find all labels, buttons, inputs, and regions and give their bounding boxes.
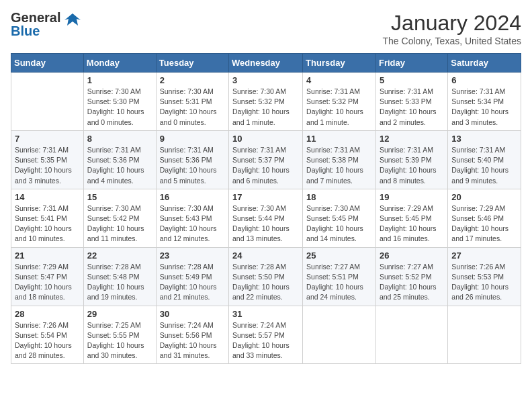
svg-marker-0 <box>64 13 81 26</box>
day-number: 16 <box>160 192 225 202</box>
day-info: Sunrise: 7:31 AMSunset: 5:35 PMDaylight:… <box>15 145 80 186</box>
calendar-cell: 5Sunrise: 7:31 AMSunset: 5:33 PMDaylight… <box>375 73 447 131</box>
bird-icon <box>63 11 82 32</box>
day-number: 6 <box>451 75 517 85</box>
calendar-cell: 2Sunrise: 7:30 AMSunset: 5:31 PMDaylight… <box>156 73 228 131</box>
weekday-header-friday: Friday <box>375 54 447 73</box>
day-number: 3 <box>232 75 299 85</box>
calendar-cell: 25Sunrise: 7:27 AMSunset: 5:51 PMDayligh… <box>303 247 376 306</box>
calendar-week-row: 14Sunrise: 7:31 AMSunset: 5:41 PMDayligh… <box>11 189 521 247</box>
day-info: Sunrise: 7:27 AMSunset: 5:52 PMDaylight:… <box>380 262 444 303</box>
weekday-header-tuesday: Tuesday <box>156 54 228 73</box>
calendar-cell: 23Sunrise: 7:28 AMSunset: 5:49 PMDayligh… <box>156 247 228 306</box>
calendar-cell: 31Sunrise: 7:24 AMSunset: 5:57 PMDayligh… <box>229 306 303 364</box>
day-number: 13 <box>451 134 517 144</box>
day-info: Sunrise: 7:29 AMSunset: 5:45 PMDaylight:… <box>380 203 444 244</box>
calendar-cell: 7Sunrise: 7:31 AMSunset: 5:35 PMDaylight… <box>11 130 84 189</box>
day-number: 19 <box>380 192 444 202</box>
day-info: Sunrise: 7:31 AMSunset: 5:34 PMDaylight:… <box>451 87 517 128</box>
day-info: Sunrise: 7:30 AMSunset: 5:45 PMDaylight:… <box>306 203 372 244</box>
calendar-week-row: 7Sunrise: 7:31 AMSunset: 5:35 PMDaylight… <box>11 130 521 189</box>
calendar-week-row: 21Sunrise: 7:29 AMSunset: 5:47 PMDayligh… <box>11 247 521 306</box>
calendar-cell: 20Sunrise: 7:29 AMSunset: 5:46 PMDayligh… <box>448 189 521 247</box>
day-info: Sunrise: 7:26 AMSunset: 5:54 PMDaylight:… <box>15 320 80 361</box>
logo-general: General <box>11 11 60 24</box>
day-number: 30 <box>160 309 225 319</box>
day-number: 31 <box>232 309 299 319</box>
day-number: 12 <box>380 134 444 144</box>
calendar-cell: 17Sunrise: 7:30 AMSunset: 5:44 PMDayligh… <box>229 189 303 247</box>
day-info: Sunrise: 7:26 AMSunset: 5:53 PMDaylight:… <box>451 262 517 303</box>
calendar-cell: 1Sunrise: 7:30 AMSunset: 5:30 PMDaylight… <box>83 73 156 131</box>
calendar-week-row: 1Sunrise: 7:30 AMSunset: 5:30 PMDaylight… <box>11 73 521 131</box>
calendar-cell: 13Sunrise: 7:31 AMSunset: 5:40 PMDayligh… <box>448 130 521 189</box>
day-number: 8 <box>87 134 152 144</box>
month-title: January 2024 <box>383 11 521 36</box>
calendar-cell: 14Sunrise: 7:31 AMSunset: 5:41 PMDayligh… <box>11 189 84 247</box>
calendar-cell: 29Sunrise: 7:25 AMSunset: 5:55 PMDayligh… <box>83 306 156 364</box>
location-title: The Colony, Texas, United States <box>383 36 521 46</box>
day-number: 22 <box>87 250 152 261</box>
day-number: 21 <box>15 250 80 261</box>
calendar-cell: 27Sunrise: 7:26 AMSunset: 5:53 PMDayligh… <box>448 247 521 306</box>
weekday-header-sunday: Sunday <box>11 54 84 73</box>
calendar-cell: 6Sunrise: 7:31 AMSunset: 5:34 PMDaylight… <box>448 73 521 131</box>
day-info: Sunrise: 7:30 AMSunset: 5:44 PMDaylight:… <box>232 203 299 244</box>
calendar-cell: 28Sunrise: 7:26 AMSunset: 5:54 PMDayligh… <box>11 306 84 364</box>
day-info: Sunrise: 7:28 AMSunset: 5:50 PMDaylight:… <box>232 262 299 303</box>
day-number: 23 <box>160 250 225 261</box>
day-number: 10 <box>232 134 299 144</box>
day-number: 4 <box>306 75 372 85</box>
calendar-cell: 12Sunrise: 7:31 AMSunset: 5:39 PMDayligh… <box>375 130 447 189</box>
day-number: 9 <box>160 134 225 144</box>
day-number: 27 <box>451 250 517 261</box>
calendar-cell: 30Sunrise: 7:24 AMSunset: 5:56 PMDayligh… <box>156 306 228 364</box>
day-info: Sunrise: 7:30 AMSunset: 5:32 PMDaylight:… <box>232 87 299 128</box>
day-info: Sunrise: 7:27 AMSunset: 5:51 PMDaylight:… <box>306 262 372 303</box>
calendar-cell: 10Sunrise: 7:31 AMSunset: 5:37 PMDayligh… <box>229 130 303 189</box>
day-info: Sunrise: 7:31 AMSunset: 5:40 PMDaylight:… <box>451 145 517 186</box>
calendar-week-row: 28Sunrise: 7:26 AMSunset: 5:54 PMDayligh… <box>11 306 521 364</box>
calendar-cell <box>448 306 521 364</box>
calendar-cell: 19Sunrise: 7:29 AMSunset: 5:45 PMDayligh… <box>375 189 447 247</box>
day-info: Sunrise: 7:31 AMSunset: 5:39 PMDaylight:… <box>380 145 444 186</box>
day-number: 14 <box>15 192 80 202</box>
day-number: 17 <box>232 192 299 202</box>
calendar-cell: 26Sunrise: 7:27 AMSunset: 5:52 PMDayligh… <box>375 247 447 306</box>
weekday-header-thursday: Thursday <box>303 54 376 73</box>
calendar-cell: 4Sunrise: 7:31 AMSunset: 5:32 PMDaylight… <box>303 73 376 131</box>
day-number: 1 <box>87 75 152 85</box>
day-info: Sunrise: 7:25 AMSunset: 5:55 PMDaylight:… <box>87 320 152 361</box>
calendar-cell: 15Sunrise: 7:30 AMSunset: 5:42 PMDayligh… <box>83 189 156 247</box>
logo: General Blue <box>11 11 82 38</box>
calendar-cell <box>375 306 447 364</box>
title-block: January 2024 The Colony, Texas, United S… <box>383 11 521 46</box>
day-number: 24 <box>232 250 299 261</box>
calendar-cell <box>11 73 84 131</box>
day-number: 11 <box>306 134 372 144</box>
day-number: 25 <box>306 250 372 261</box>
day-number: 2 <box>160 75 225 85</box>
day-info: Sunrise: 7:31 AMSunset: 5:33 PMDaylight:… <box>380 87 444 128</box>
weekday-header-monday: Monday <box>83 54 156 73</box>
calendar-cell: 24Sunrise: 7:28 AMSunset: 5:50 PMDayligh… <box>229 247 303 306</box>
day-number: 7 <box>15 134 80 144</box>
day-info: Sunrise: 7:30 AMSunset: 5:30 PMDaylight:… <box>87 87 152 128</box>
day-number: 18 <box>306 192 372 202</box>
calendar-cell: 11Sunrise: 7:31 AMSunset: 5:38 PMDayligh… <box>303 130 376 189</box>
day-info: Sunrise: 7:31 AMSunset: 5:36 PMDaylight:… <box>160 145 225 186</box>
day-info: Sunrise: 7:29 AMSunset: 5:47 PMDaylight:… <box>15 262 80 303</box>
day-info: Sunrise: 7:31 AMSunset: 5:32 PMDaylight:… <box>306 87 372 128</box>
day-info: Sunrise: 7:31 AMSunset: 5:38 PMDaylight:… <box>306 145 372 186</box>
day-info: Sunrise: 7:24 AMSunset: 5:56 PMDaylight:… <box>160 320 225 361</box>
calendar-cell: 9Sunrise: 7:31 AMSunset: 5:36 PMDaylight… <box>156 130 228 189</box>
weekday-header-saturday: Saturday <box>448 54 521 73</box>
day-info: Sunrise: 7:31 AMSunset: 5:41 PMDaylight:… <box>15 203 80 244</box>
day-info: Sunrise: 7:28 AMSunset: 5:49 PMDaylight:… <box>160 262 225 303</box>
calendar-cell: 18Sunrise: 7:30 AMSunset: 5:45 PMDayligh… <box>303 189 376 247</box>
day-number: 15 <box>87 192 152 202</box>
calendar-cell: 16Sunrise: 7:30 AMSunset: 5:43 PMDayligh… <box>156 189 228 247</box>
day-info: Sunrise: 7:31 AMSunset: 5:36 PMDaylight:… <box>87 145 152 186</box>
weekday-header-wednesday: Wednesday <box>229 54 303 73</box>
calendar-cell: 8Sunrise: 7:31 AMSunset: 5:36 PMDaylight… <box>83 130 156 189</box>
